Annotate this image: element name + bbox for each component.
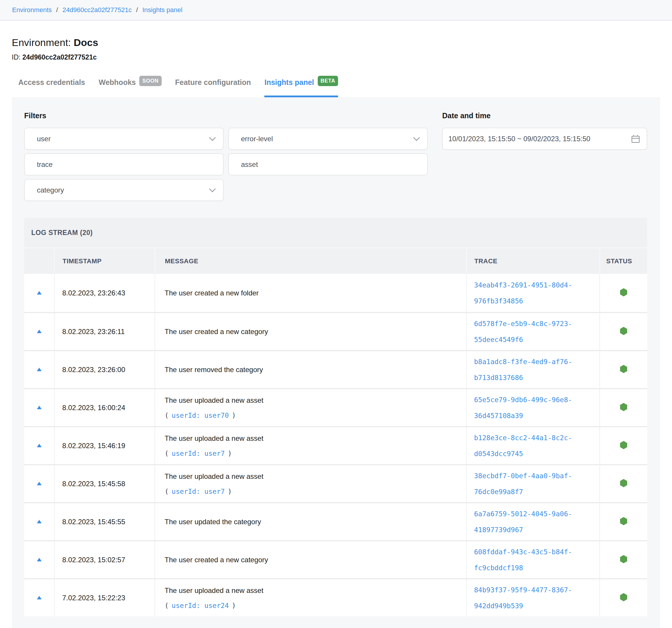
status-ok-hexagon-icon bbox=[620, 441, 627, 449]
trace-link[interactable]: 6d578f7e-e5b9-4c8c-9723-55deec4549f6 bbox=[474, 316, 580, 348]
expand-row-icon[interactable] bbox=[37, 596, 42, 599]
datetime-range-input[interactable]: 10/01/2023, 15:15:50 ~ 09/02/2023, 15:15… bbox=[442, 128, 647, 150]
expand-row-icon[interactable] bbox=[37, 406, 42, 409]
message-text: The user uploaded a new asset bbox=[165, 396, 466, 404]
status-ok-hexagon-icon bbox=[620, 327, 627, 335]
meta-close-paren: ) bbox=[232, 411, 236, 419]
status-ok-hexagon-icon bbox=[620, 517, 627, 525]
table-row: 8.02.2023, 16:00:24The user uploaded a n… bbox=[24, 388, 647, 426]
meta-close-paren: ) bbox=[228, 450, 232, 457]
page-title: Environment: Docs bbox=[12, 36, 660, 48]
calendar-icon bbox=[631, 134, 640, 144]
column-header-status: STATUS bbox=[599, 248, 647, 274]
insights-panel-content: Filters usererror-leveltraceassetcategor… bbox=[12, 97, 660, 628]
breadcrumb: Environments/24d960cc2a02f277521c/Insigh… bbox=[12, 6, 182, 14]
tab-access-credentials[interactable]: Access credentials bbox=[18, 78, 85, 96]
expand-row-icon[interactable] bbox=[37, 444, 42, 447]
message-meta: (userId: user7) bbox=[165, 488, 466, 495]
chevron-down-icon bbox=[209, 185, 216, 192]
message-text: The user uploaded a new asset bbox=[165, 472, 466, 481]
timestamp-cell: 8.02.2023, 16:00:24 bbox=[54, 388, 154, 426]
log-table-body: 8.02.2023, 23:26:43The user created a ne… bbox=[24, 274, 647, 616]
trace-link[interactable]: 34eab4f3-2691-4951-80d4-976fb3f34856 bbox=[474, 277, 580, 309]
meta-open-paren: ( bbox=[165, 411, 169, 419]
filter-category-select[interactable]: category bbox=[24, 179, 224, 201]
message-text: The user created a new folder bbox=[165, 288, 466, 297]
timestamp-cell: 8.02.2023, 15:46:19 bbox=[54, 426, 154, 464]
timestamp-cell: 7.02.2023, 15:22:23 bbox=[54, 578, 154, 616]
meta-open-paren: ( bbox=[165, 488, 169, 495]
log-table: TIMESTAMP MESSAGE TRACE STATUS 8.02.2023… bbox=[24, 248, 647, 616]
message-meta-value[interactable]: userId: user24 bbox=[172, 602, 229, 609]
table-row: 8.02.2023, 23:26:43The user created a ne… bbox=[24, 274, 647, 312]
expand-row-icon[interactable] bbox=[37, 482, 42, 485]
trace-link[interactable]: 608fddaf-943c-43c5-b84f-fc9cbddcf198 bbox=[474, 544, 580, 576]
table-row: 8.02.2023, 15:45:55The user updated the … bbox=[24, 502, 647, 540]
breadcrumb-environments[interactable]: Environments bbox=[12, 6, 52, 14]
table-row: 8.02.2023, 23:26:00The user removed the … bbox=[24, 350, 647, 388]
tab-webhooks[interactable]: WebhooksSOON bbox=[99, 78, 162, 97]
meta-close-paren: ) bbox=[232, 602, 236, 609]
trace-link[interactable]: b128e3ce-8cc2-44a1-8c2c-d0543dcc9745 bbox=[474, 430, 580, 462]
message-text: The user created a new category bbox=[165, 555, 466, 564]
breadcrumb-separator: / bbox=[136, 6, 138, 14]
column-header-trace: TRACE bbox=[466, 248, 599, 274]
environment-id-label: ID: bbox=[12, 53, 20, 61]
filter-error-level-select[interactable]: error-level bbox=[228, 128, 428, 150]
tab-badge-beta: BETA bbox=[318, 76, 338, 86]
trace-link[interactable]: 84b93f37-95f9-4477-8367-942dd949b539 bbox=[474, 582, 580, 614]
message-text: The user updated the category bbox=[165, 518, 466, 526]
message-text: The user uploaded a new asset bbox=[165, 586, 466, 595]
column-header-timestamp: TIMESTAMP bbox=[54, 248, 154, 274]
meta-close-paren: ) bbox=[228, 488, 232, 495]
table-header-row: TIMESTAMP MESSAGE TRACE STATUS bbox=[24, 248, 647, 274]
status-ok-hexagon-icon bbox=[620, 365, 627, 373]
timestamp-cell: 8.02.2023, 15:45:55 bbox=[54, 502, 154, 540]
column-header-expand bbox=[24, 248, 54, 274]
datetime-range-value: 10/01/2023, 15:15:50 ~ 09/02/2023, 15:15… bbox=[448, 135, 590, 143]
message-meta-value[interactable]: userId: user70 bbox=[172, 411, 229, 419]
chevron-down-icon bbox=[209, 134, 216, 141]
timestamp-cell: 8.02.2023, 15:45:58 bbox=[54, 464, 154, 502]
filters-area: Filters usererror-leveltraceassetcategor… bbox=[24, 111, 647, 201]
table-row: 8.02.2023, 15:45:58The user uploaded a n… bbox=[24, 464, 647, 502]
breadcrumb-insights-panel[interactable]: Insights panel bbox=[143, 6, 183, 14]
expand-row-icon[interactable] bbox=[37, 368, 42, 371]
filters-block: Filters usererror-leveltraceassetcategor… bbox=[24, 111, 428, 201]
filter-trace-input[interactable]: trace bbox=[24, 153, 224, 175]
timestamp-cell: 8.02.2023, 23:26:00 bbox=[54, 350, 154, 388]
environment-id: ID: 24d960cc2a02f277521c bbox=[12, 53, 660, 61]
expand-row-icon[interactable] bbox=[37, 330, 42, 333]
log-stream-header: LOG STREAM (20) bbox=[24, 218, 647, 247]
trace-link[interactable]: 6a7a6759-5012-4045-9a06-41897739d967 bbox=[474, 506, 580, 538]
tab-feature-configuration[interactable]: Feature configuration bbox=[175, 78, 251, 96]
message-text: The user uploaded a new asset bbox=[165, 434, 466, 443]
log-stream-title: LOG STREAM (20) bbox=[31, 229, 93, 237]
tab-label: Insights panel bbox=[264, 78, 314, 86]
log-stream-section: LOG STREAM (20) TIMESTAMP MESSAGE TRACE … bbox=[24, 218, 647, 616]
trace-link[interactable]: b8a1adc8-f3fe-4ed9-af76-b713d8137686 bbox=[474, 354, 580, 386]
tab-insights-panel[interactable]: Insights panelBETA bbox=[264, 78, 338, 97]
expand-row-icon[interactable] bbox=[37, 558, 42, 561]
status-ok-hexagon-icon bbox=[620, 555, 627, 563]
filter-asset-input[interactable]: asset bbox=[228, 153, 428, 175]
table-row: 8.02.2023, 15:02:57The user created a ne… bbox=[24, 540, 647, 578]
filter-value: user bbox=[37, 135, 51, 143]
trace-link[interactable]: 38ecbdf7-0bef-4aa0-9baf-76dc0e99a8f7 bbox=[474, 468, 580, 500]
tab-label: Feature configuration bbox=[175, 78, 251, 86]
breadcrumb-environment-id[interactable]: 24d960cc2a02f277521c bbox=[63, 6, 132, 14]
message-meta-value[interactable]: userId: user7 bbox=[172, 450, 225, 457]
page-title-label: Environment: bbox=[12, 37, 71, 48]
message-text: The user removed the category bbox=[165, 365, 466, 374]
expand-row-icon[interactable] bbox=[37, 291, 42, 295]
filter-user-select[interactable]: user bbox=[24, 128, 224, 150]
timestamp-cell: 8.02.2023, 23:26:43 bbox=[54, 274, 154, 312]
message-meta: (userId: user70) bbox=[165, 411, 466, 419]
main-content: Environment: Docs ID: 24d960cc2a02f27752… bbox=[0, 36, 672, 628]
message-meta-value[interactable]: userId: user7 bbox=[172, 488, 225, 495]
table-row: 8.02.2023, 23:26:11The user created a ne… bbox=[24, 312, 647, 350]
breadcrumb-bar: Environments/24d960cc2a02f277521c/Insigh… bbox=[0, 0, 672, 21]
message-meta: (userId: user24) bbox=[165, 602, 466, 609]
trace-link[interactable]: 65e5ce79-9db6-499c-96e8-36d457108a39 bbox=[474, 392, 580, 424]
expand-row-icon[interactable] bbox=[37, 520, 42, 523]
